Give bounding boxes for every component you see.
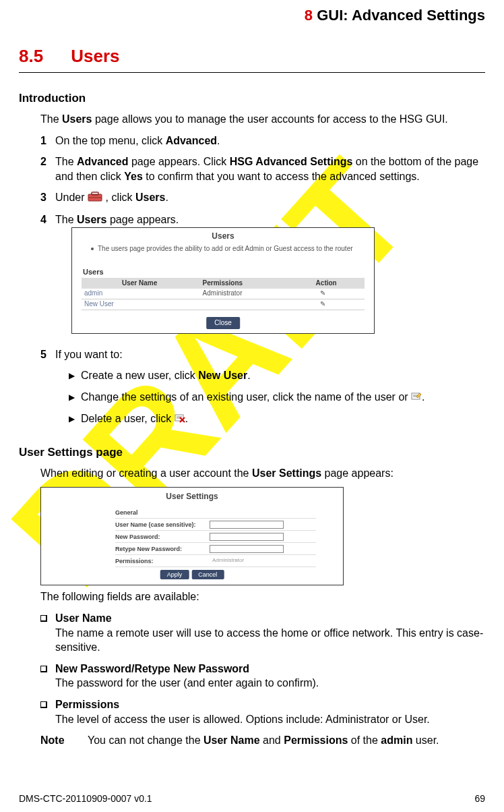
toolbox-icon bbox=[88, 191, 102, 206]
chapter-title: GUI: Advanced Settings bbox=[317, 7, 485, 24]
fields-intro: The following fields are available: bbox=[40, 589, 485, 604]
close-button: Close bbox=[206, 317, 240, 329]
intro-paragraph: The Users page allows you to manage the … bbox=[40, 112, 485, 127]
svg-rect-12 bbox=[40, 615, 46, 621]
substep-create: ▶Create a new user, click New User. bbox=[69, 368, 485, 383]
intro-heading: Introduction bbox=[19, 92, 485, 105]
step-2: 2 The Advanced page appears. Click HSG A… bbox=[40, 154, 485, 183]
cancel-button: Cancel bbox=[191, 570, 224, 579]
user-settings-heading: User Settings page bbox=[19, 446, 485, 459]
chapter-header: 8 GUI: Advanced Settings bbox=[19, 7, 485, 24]
page-number: 69 bbox=[474, 793, 485, 804]
section-name: Users bbox=[71, 46, 119, 66]
section-number: 8.5 bbox=[19, 46, 66, 67]
section-title: 8.5 Users bbox=[19, 46, 485, 73]
chapter-number: 8 bbox=[305, 7, 313, 24]
edit-icon bbox=[411, 390, 422, 405]
user-settings-screenshot: User Settings General User Name (case se… bbox=[40, 487, 344, 585]
step-3: 3 Under , click Users. bbox=[40, 190, 485, 206]
doc-id: DMS-CTC-20110909-0007 v0.1 bbox=[19, 793, 152, 804]
field-username: User NameThe name a remote user will use… bbox=[40, 611, 485, 655]
svg-rect-14 bbox=[40, 701, 46, 707]
step-1: 1 On the top menu, click Advanced. bbox=[40, 134, 485, 148]
svg-rect-13 bbox=[40, 666, 46, 672]
step-4: 4 The Users page appears. Users The user… bbox=[40, 212, 485, 341]
substep-delete: ▶Delete a user, click . bbox=[69, 411, 485, 427]
note: Note You can not change the User Name an… bbox=[40, 733, 485, 748]
step-5: 5 If you want to: ▶Create a new user, cl… bbox=[40, 347, 485, 434]
substep-edit: ▶Change the settings of an existing user… bbox=[69, 390, 485, 405]
users-page-screenshot: Users The users page provides the abilit… bbox=[71, 227, 375, 334]
page-footer: DMS-CTC-20110909-0007 v0.1 69 bbox=[19, 793, 485, 804]
field-password: New Password/Retype New PasswordThe pass… bbox=[40, 662, 485, 691]
apply-button: Apply bbox=[160, 570, 189, 579]
svg-rect-2 bbox=[92, 192, 98, 195]
delete-icon bbox=[175, 412, 185, 427]
user-settings-lead: When editing or creating a user account … bbox=[40, 466, 485, 481]
field-permissions: PermissionsThe level of access the user … bbox=[40, 697, 485, 726]
